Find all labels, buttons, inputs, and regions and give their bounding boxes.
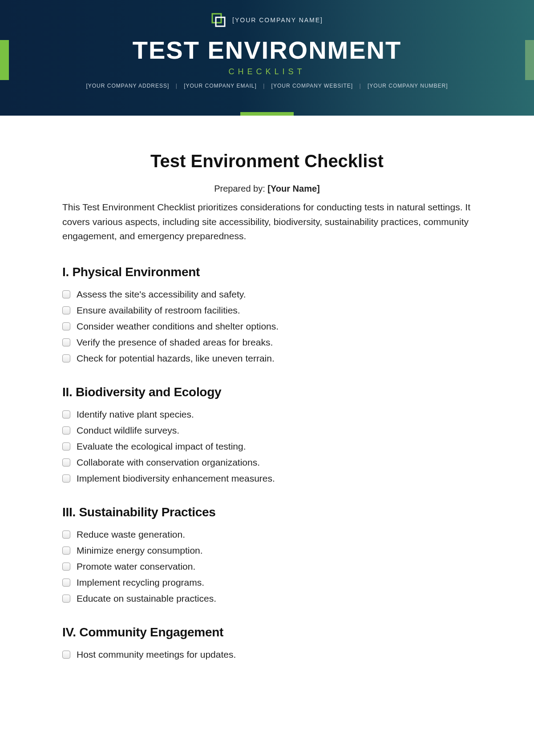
checklist-item: Consider weather conditions and shelter … [62,321,472,332]
accent-bar-left [0,40,9,80]
prepared-by-row: Prepared by: [Your Name] [62,184,472,194]
checklist-item: Educate on sustainable practices. [62,593,472,604]
checkbox-icon[interactable] [62,595,70,603]
contact-number: [YOUR COMPANY NUMBER] [368,83,448,89]
checkbox-icon[interactable] [62,426,70,434]
checklist-item-label: Implement recycling programs. [77,577,204,588]
checklist-item-label: Identify native plant species. [77,409,194,420]
intro-paragraph: This Test Environment Checklist prioriti… [62,200,472,244]
company-logo-icon [211,12,226,28]
separator: | [360,83,361,89]
checklist-item-label: Verify the presence of shaded areas for … [77,337,273,348]
checklist-item-label: Assess the site's accessibility and safe… [77,289,246,300]
page-body: Test Environment Checklist Prepared by: … [44,116,490,683]
contact-email: [YOUR COMPANY EMAIL] [184,83,257,89]
checklist-item: Promote water conservation. [62,561,472,572]
checkbox-icon[interactable] [62,322,70,330]
checklist-item-label: Collaborate with conservation organizati… [77,457,260,468]
checkbox-icon[interactable] [62,410,70,418]
checklist-item: Host community meetings for updates. [62,649,472,660]
separator: | [176,83,178,89]
checklist-item-label: Reduce waste generation. [77,529,185,540]
checklist-item-label: Check for potential hazards, like uneven… [77,353,275,364]
section-biodiversity-ecology: II. Biodiversity and Ecology Identify na… [62,385,472,484]
checklist-item: Identify native plant species. [62,409,472,420]
checklist-item-label: Implement biodiversity enhancement measu… [77,473,275,484]
checkbox-icon[interactable] [62,458,70,466]
company-name: [YOUR COMPANY NAME] [232,16,323,24]
logo-row: [YOUR COMPANY NAME] [0,12,534,28]
banner-underline-accent [240,112,294,116]
section-sustainability-practices: III. Sustainability Practices Reduce was… [62,505,472,604]
checklist-item-label: Evaluate the ecological impact of testin… [77,441,246,452]
section-community-engagement: IV. Community Engagement Host community … [62,625,472,660]
section-heading: II. Biodiversity and Ecology [62,385,472,399]
checklist-item-label: Ensure availability of restroom faciliti… [77,305,240,316]
separator: | [263,83,265,89]
checklist-item-label: Conduct wildlife surveys. [77,425,179,436]
checkbox-icon[interactable] [62,306,70,314]
checklist-item-label: Promote water conservation. [77,561,195,572]
page-title: Test Environment Checklist [62,151,472,171]
banner-subtitle: CHECKLIST [0,67,534,76]
section-heading: I. Physical Environment [62,265,472,279]
svg-rect-0 [212,14,221,23]
prepared-by-name: [Your Name] [267,184,320,193]
header-banner: [YOUR COMPANY NAME] TEST ENVIRONMENT CHE… [0,0,534,116]
checklist-item-label: Consider weather conditions and shelter … [77,321,279,332]
checklist-item: Implement recycling programs. [62,577,472,588]
checklist-item: Verify the presence of shaded areas for … [62,337,472,348]
section-heading: IV. Community Engagement [62,625,472,639]
checklist-item: Check for potential hazards, like uneven… [62,353,472,364]
checkbox-icon[interactable] [62,547,70,555]
contact-website: [YOUR COMPANY WEBSITE] [271,83,353,89]
checklist-item-label: Educate on sustainable practices. [77,593,216,604]
checklist-item: Reduce waste generation. [62,529,472,540]
checkbox-icon[interactable] [62,579,70,587]
checkbox-icon[interactable] [62,290,70,298]
banner-contact-row: [YOUR COMPANY ADDRESS] | [YOUR COMPANY E… [0,83,534,89]
checklist-item-label: Host community meetings for updates. [77,649,236,660]
checkbox-icon[interactable] [62,475,70,483]
checkbox-icon[interactable] [62,442,70,450]
svg-rect-1 [216,17,225,26]
checklist-item: Implement biodiversity enhancement measu… [62,473,472,484]
checkbox-icon[interactable] [62,354,70,362]
checklist-item: Ensure availability of restroom faciliti… [62,305,472,316]
accent-bar-right [525,40,534,80]
checkbox-icon[interactable] [62,563,70,571]
section-physical-environment: I. Physical Environment Assess the site'… [62,265,472,364]
checkbox-icon[interactable] [62,531,70,539]
banner-title: TEST ENVIRONMENT [0,36,534,64]
prepared-by-label: Prepared by: [214,184,267,193]
checklist-item: Collaborate with conservation organizati… [62,457,472,468]
checklist-item: Evaluate the ecological impact of testin… [62,441,472,452]
checkbox-icon[interactable] [62,651,70,659]
section-heading: III. Sustainability Practices [62,505,472,519]
checklist-item: Minimize energy consumption. [62,545,472,556]
checklist-item: Conduct wildlife surveys. [62,425,472,436]
contact-address: [YOUR COMPANY ADDRESS] [86,83,169,89]
checklist-item: Assess the site's accessibility and safe… [62,289,472,300]
checkbox-icon[interactable] [62,338,70,346]
checklist-item-label: Minimize energy consumption. [77,545,203,556]
